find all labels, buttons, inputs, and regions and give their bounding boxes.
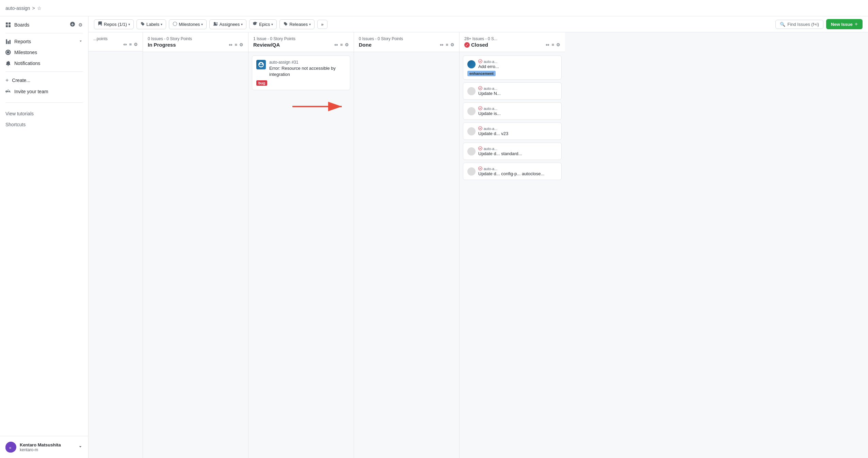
in-progress-header: 0 Issues - 0 Story Points In Progress ⇔ … (143, 32, 248, 52)
labels-filter-button[interactable]: Labels ▾ (136, 19, 166, 29)
closed-title: Closed (471, 42, 488, 48)
closed-item-2-header: auto-a... Update is... (467, 106, 557, 116)
closed-add-icon[interactable]: ≡ (551, 42, 554, 47)
closed-item-2-title: Update is... (478, 111, 557, 116)
releases-filter-button[interactable]: Releases ▾ (279, 19, 315, 29)
issue-avatar-img (256, 60, 266, 69)
closed-badge: Closed (464, 42, 488, 48)
closed-item-4-title: Update d... standard... (478, 151, 557, 156)
more-filters-button[interactable]: » (317, 20, 327, 29)
toolbar: Repos (1/1) ▾ Labels ▾ Milestones ▾ (89, 16, 868, 32)
closed-item-1[interactable]: auto-a... Update N... (463, 82, 562, 100)
boards-settings-icon[interactable] (70, 22, 75, 28)
sidebar-reports-label: Reports (14, 39, 31, 44)
partial-column-header: ...points ⇔ ≡ ⚙ (89, 32, 143, 51)
arrow-svg (292, 100, 347, 113)
sidebar-collapse-button[interactable]: « (5, 443, 15, 453)
sidebar-item-create[interactable]: + Create... (0, 75, 88, 86)
milestones-filter-button[interactable]: Milestones ▾ (169, 19, 207, 29)
board-column-closed: 28+ Issues - 0 S... Closed ⇔ ≡ ⚙ (460, 32, 565, 458)
find-issues-label: Find Issues (f+i) (787, 22, 819, 27)
partial-column-meta: ...points (93, 36, 138, 41)
closed-item-0-repo: auto-a... (484, 60, 497, 64)
closed-expand-icon[interactable]: ⇔ (546, 42, 549, 47)
review-qa-gear-icon[interactable]: ⚙ (345, 42, 349, 47)
find-issues-button[interactable]: 🔍 Find Issues (f+i) (775, 20, 823, 29)
done-actions: ⇔ ≡ ⚙ (440, 42, 454, 47)
closed-item-2[interactable]: auto-a... Update is... (463, 102, 562, 120)
closed-item-0[interactable]: auto-a... Add erro... enhancement (463, 55, 562, 80)
labels-filter-icon (140, 21, 145, 27)
partial-col-expand-icon[interactable]: ⇔ (123, 42, 127, 47)
in-progress-body (143, 52, 248, 458)
done-title: Done (359, 42, 372, 48)
sidebar-milestones-label: Milestones (14, 50, 37, 55)
done-expand-icon[interactable]: ⇔ (440, 42, 444, 47)
breadcrumb-star[interactable]: ☆ (37, 5, 42, 11)
closed-item-4-ref: auto-a... (478, 146, 557, 151)
review-qa-body: auto-assign #31 Error: Resource not acce… (248, 52, 354, 458)
closed-item-4[interactable]: auto-a... Update d... standard... (463, 143, 562, 160)
issue-card-31[interactable]: auto-assign #31 Error: Resource not acce… (252, 55, 350, 90)
new-issue-button[interactable]: New Issue + (826, 19, 863, 29)
closed-item-4-avatar (467, 147, 476, 156)
closed-item-3-title: Update d... v23 (478, 131, 557, 136)
sidebar-bottom: View tutorials Shortcuts (0, 105, 88, 133)
sidebar-item-reports[interactable]: Reports (0, 36, 88, 47)
sidebar-item-notifications[interactable]: Notifications (0, 58, 88, 69)
issue-card-31-ref: auto-assign #31 (269, 60, 346, 65)
review-qa-meta: 1 Issue - 0 Story Points (253, 36, 349, 41)
sidebar-item-milestones[interactable]: Milestones (0, 47, 88, 58)
sidebar-shortcuts[interactable]: Shortcuts (5, 119, 83, 130)
epics-filter-label: Epics (259, 22, 270, 27)
sidebar-view-tutorials[interactable]: View tutorials (5, 108, 83, 119)
user-name: Kentaro Matsushita (20, 442, 75, 447)
in-progress-expand-icon[interactable]: ⇔ (229, 42, 232, 47)
closed-actions: ⇔ ≡ ⚙ (546, 42, 560, 47)
closed-item-3-repo: auto-a... (484, 127, 497, 131)
closed-item-3-content: auto-a... Update d... v23 (478, 126, 557, 136)
closed-gear-icon[interactable]: ⚙ (556, 42, 560, 47)
assignees-filter-label: Assignees (219, 22, 240, 27)
sidebar-notifications-label: Notifications (14, 61, 40, 66)
board-column-review-qa: 1 Issue - 0 Story Points Review/QA ⇔ ≡ ⚙ (248, 32, 354, 458)
closed-status-icon (464, 42, 470, 48)
done-add-icon[interactable]: ≡ (446, 42, 448, 47)
review-qa-add-icon[interactable]: ≡ (340, 42, 343, 47)
in-progress-title: In Progress (148, 42, 176, 48)
reports-icon (5, 39, 11, 44)
repos-filter-button[interactable]: Repos (1/1) ▾ (94, 19, 134, 29)
enhancement-label-0[interactable]: enhancement (467, 71, 496, 76)
bug-label[interactable]: bug (256, 80, 267, 86)
closed-item-5[interactable]: auto-a... Update d... config-p... autocl… (463, 163, 562, 180)
closed-item-4-content: auto-a... Update d... standard... (478, 146, 557, 156)
sidebar-divider-1 (5, 33, 83, 33)
in-progress-add-icon[interactable]: ≡ (235, 42, 237, 47)
closed-header: 28+ Issues - 0 S... Closed ⇔ ≡ ⚙ (460, 32, 565, 52)
in-progress-gear-icon[interactable]: ⚙ (239, 42, 243, 47)
partial-col-gear-icon[interactable]: ⚙ (134, 42, 138, 47)
sidebar-item-boards[interactable]: Boards ⚙ (0, 19, 88, 30)
epics-filter-button[interactable]: Epics ▾ (249, 19, 277, 29)
search-icon: 🔍 (780, 22, 785, 27)
releases-filter-label: Releases (289, 22, 308, 27)
user-menu-chevron[interactable] (78, 444, 83, 450)
sidebar-tutorials-label: View tutorials (5, 111, 34, 116)
closed-body: auto-a... Add erro... enhancement (460, 52, 565, 458)
closed-meta: 28+ Issues - 0 S... (464, 36, 560, 41)
breadcrumb-project[interactable]: auto-assign (5, 5, 30, 11)
review-qa-expand-icon[interactable]: ⇔ (334, 42, 338, 47)
assignees-filter-button[interactable]: Assignees ▾ (209, 19, 246, 29)
done-gear-icon[interactable]: ⚙ (450, 42, 454, 47)
closed-item-5-avatar (467, 167, 476, 176)
closed-item-4-repo: auto-a... (484, 147, 497, 151)
board-column-done: 0 Issues - 0 Story Points Done ⇔ ≡ ⚙ (354, 32, 460, 458)
partial-col-add-icon[interactable]: ≡ (129, 42, 132, 47)
closed-item-3[interactable]: auto-a... Update d... v23 (463, 122, 562, 140)
issue-card-31-title: Error: Resource not accessible by integr… (269, 65, 346, 78)
sidebar-item-invite[interactable]: Invite your team (0, 86, 88, 97)
more-icon: » (321, 22, 323, 27)
boards-gear-icon[interactable]: ⚙ (78, 22, 83, 28)
sidebar-create-label: Create... (12, 78, 30, 83)
repos-chevron-icon: ▾ (128, 22, 130, 26)
